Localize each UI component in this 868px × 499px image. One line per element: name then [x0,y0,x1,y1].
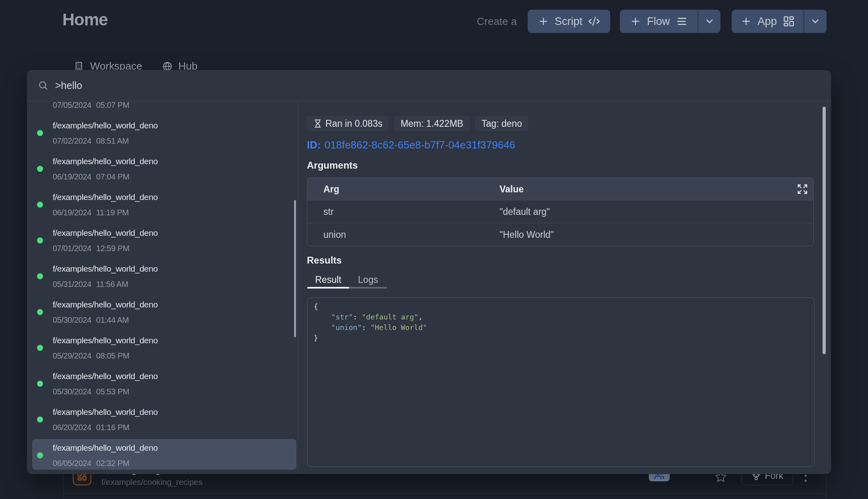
json-line: "union": "Hello World" [314,322,808,333]
create-script-label: Script [555,15,582,28]
page-title: Home [62,11,108,29]
layout-dashboard-icon [783,15,795,27]
run-badge-label: Tag: deno [481,118,522,129]
col-arg-header: Arg [323,184,339,194]
table-row: union "Hello World" [307,223,813,246]
tab-logs-label: Logs [349,273,387,285]
tab-logs[interactable]: Logs [349,273,387,289]
arguments-title: Arguments [307,160,358,171]
create-a-label: Create a [477,15,517,28]
json-line: { [314,301,808,312]
globe-icon [162,62,172,71]
create-script-button[interactable]: Script [528,10,610,33]
results-tabs: Result Logs [307,273,387,289]
arg-value: "Hello World" [500,229,554,240]
create-app-button[interactable]: App [732,10,804,33]
inactive-tab-underline [349,287,387,289]
tab-result-label: Result [307,273,349,285]
run-badge: Mem: 1.422MB [394,116,470,131]
arg-name: union [323,229,346,240]
run-badge-label: Mem: 1.422MB [401,118,463,129]
create-app-dropdown-button[interactable] [804,10,827,33]
create-flow-label: Flow [647,15,670,28]
json-line: "str": "default arg", [314,312,808,322]
results-title: Results [307,255,342,266]
bars-staggered-icon [676,15,688,27]
chevron-down-icon [704,16,715,27]
result-json-viewer[interactable]: { "str": "default arg", "union": "Hello … [307,297,815,467]
run-detail-panel: Ran in 0.083sMem: 1.422MBTag: deno ID:01… [27,70,831,474]
arguments-table-header: Arg Value [307,178,813,200]
create-flow-button[interactable]: Flow [620,10,698,33]
json-line: } [314,333,808,343]
global-search-modal: f/examples/hello_world_deno07/05/202405:… [27,70,831,474]
active-tab-underline [307,287,349,289]
create-app-label: App [757,15,777,28]
building-icon [74,62,84,71]
run-id-label: ID: [307,139,321,151]
run-id-value[interactable]: 018fe862-8c62-65e8-b7f7-04e31f379646 [325,139,515,151]
run-badge: Tag: deno [475,116,529,131]
row-divider [63,493,827,494]
run-id: ID:018fe862-8c62-65e8-b7f7-04e31f379646 [307,139,515,151]
plus-icon [630,16,641,27]
plus-icon [538,16,549,27]
hourglass-icon [313,119,322,128]
tab-result[interactable]: Result [307,273,349,289]
arg-name: str [323,206,334,217]
chevron-down-icon [810,16,821,27]
app-tile-path: f/examples/cooking_recipes [101,477,202,487]
run-badge: Ran in 0.083s [307,116,389,131]
arg-value: "default arg" [500,206,550,217]
create-flow-dropdown-button[interactable] [698,10,720,33]
run-badge-label: Ran in 0.083s [325,118,383,129]
arguments-table: Arg Value str "default arg" union "Hello… [307,177,814,246]
expand-icon[interactable] [797,184,808,195]
code-icon [588,15,600,27]
plus-icon [740,16,752,27]
col-value-header: Value [500,184,524,194]
table-row: str "default arg" [307,200,813,223]
